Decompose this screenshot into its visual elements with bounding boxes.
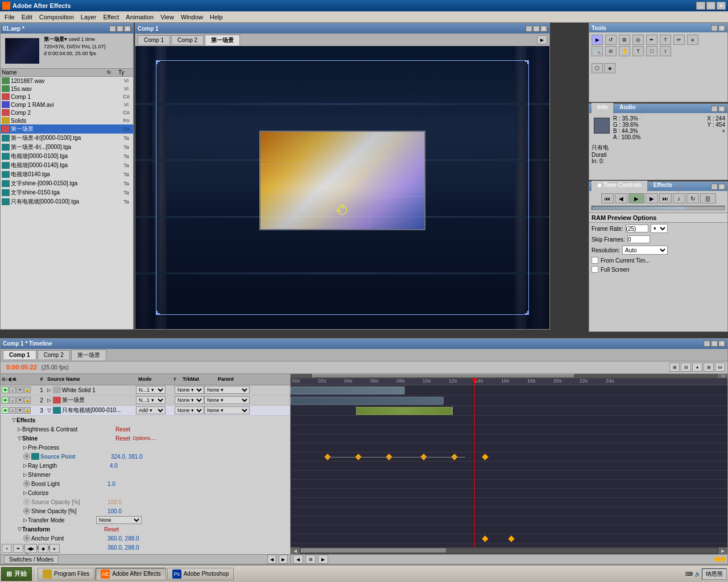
tc-play[interactable]: ▶ bbox=[628, 193, 644, 203]
tr-expand[interactable]: ▽ bbox=[18, 526, 22, 532]
nav-right-btn[interactable]: ▶ bbox=[279, 555, 288, 564]
tc-loop[interactable]: ↻ bbox=[686, 193, 699, 203]
start-button[interactable]: ⊞ 开始 bbox=[1, 567, 32, 581]
comp-minimize[interactable]: _ bbox=[526, 26, 532, 32]
tool-zoom[interactable]: 🔍 bbox=[592, 46, 603, 56]
tc-skip-input[interactable] bbox=[627, 235, 650, 243]
tl-layer-mark[interactable]: ▸ bbox=[49, 544, 60, 553]
tc-fullscreen-check[interactable] bbox=[592, 266, 598, 273]
tc-tab-effects[interactable]: Effects bbox=[648, 181, 679, 192]
tc-from-current-check[interactable] bbox=[592, 257, 598, 264]
layer2-mode-select[interactable]: N...1 ▾ bbox=[136, 396, 166, 404]
layer1-lock-flag[interactable]: 🔒 bbox=[24, 386, 31, 393]
layer2-expand[interactable]: ▷ bbox=[47, 397, 53, 403]
proj-item-tga6[interactable]: 文字shine-[0090-0150].tga Ta bbox=[1, 179, 133, 188]
menu-composition[interactable]: Composition bbox=[36, 13, 77, 22]
tl-layer-props[interactable]: ✒ bbox=[13, 544, 23, 553]
transform-reset[interactable]: Reset bbox=[104, 526, 119, 533]
tl-layer-expand[interactable]: ◀▶ bbox=[24, 544, 37, 553]
tool-type[interactable]: T bbox=[632, 46, 644, 56]
proj-item-1201887[interactable]: 1201887.wav Vi bbox=[1, 77, 133, 85]
tl-tool4[interactable]: ⊞ bbox=[704, 363, 714, 372]
tl-tab-scene1[interactable]: 第一场景 bbox=[71, 350, 106, 360]
switches-mode-btn[interactable]: Switches / Modes bbox=[4, 555, 59, 564]
proj-item-tga8[interactable]: 只有电视墙[0000-0100].tga Ta bbox=[1, 197, 133, 206]
layer1-mode-select[interactable]: N...1 ▾ bbox=[136, 386, 166, 394]
tl-tab-comp2[interactable]: Comp 2 bbox=[38, 350, 70, 359]
tool-extra1[interactable]: ⬡ bbox=[592, 63, 603, 73]
tc-close[interactable]: × bbox=[718, 184, 725, 190]
tc-res-select[interactable]: Auto Full Half Quarter bbox=[622, 246, 668, 255]
ap-stopwatch[interactable]: ⊙ bbox=[23, 535, 30, 542]
taskbar-item-folder[interactable]: Program Files bbox=[38, 568, 94, 580]
tool-camera[interactable]: ⊞ bbox=[619, 35, 630, 45]
info-close[interactable]: × bbox=[718, 106, 725, 112]
info-minimize[interactable]: _ bbox=[711, 106, 718, 112]
playhead[interactable] bbox=[474, 379, 475, 385]
proj-item-solids[interactable]: Solids Fo bbox=[1, 117, 133, 124]
panel-close[interactable]: × bbox=[124, 26, 131, 32]
tool-extra2[interactable]: ◈ bbox=[604, 63, 615, 73]
layer1-parent-select[interactable]: None ▾ bbox=[204, 386, 250, 394]
comp-tab-1[interactable]: Comp 1 bbox=[138, 35, 170, 44]
tl-tab-comp1[interactable]: Comp 1 bbox=[3, 350, 36, 359]
minimize-button[interactable]: _ bbox=[696, 2, 705, 10]
tool-zoom-out[interactable]: ⊖ bbox=[605, 46, 617, 56]
tl-tool2[interactable]: ⊟ bbox=[681, 363, 691, 372]
layer3-solo-flag[interactable]: ☀ bbox=[16, 407, 23, 414]
menu-effect[interactable]: Effect bbox=[100, 13, 122, 22]
menu-layer[interactable]: Layer bbox=[77, 13, 100, 22]
proj-item-tga3[interactable]: 电视墙[0000-0100].tga Ta bbox=[1, 152, 133, 161]
menu-help[interactable]: Help bbox=[206, 13, 226, 22]
layer2-parent-select[interactable]: None ▾ bbox=[204, 396, 250, 404]
tc-prev-frame[interactable]: ◀ bbox=[615, 193, 627, 203]
col-expand[interactable]: ▷ bbox=[23, 490, 28, 496]
tc-tab-time[interactable]: ◆ Time Controls bbox=[592, 181, 648, 192]
pp-expand[interactable]: ▷ bbox=[23, 444, 28, 450]
tm-expand[interactable]: ▷ bbox=[23, 517, 28, 523]
kf-6[interactable] bbox=[482, 454, 488, 460]
menu-view[interactable]: View bbox=[157, 13, 177, 22]
bl-stopwatch[interactable]: ⊙ bbox=[23, 480, 30, 487]
layer2-solo-flag[interactable]: ☀ bbox=[16, 397, 23, 404]
panel-minimize[interactable]: _ bbox=[109, 26, 116, 32]
proj-item-comp1ram[interactable]: Comp 1 RAM.avi Vi bbox=[1, 101, 133, 109]
layer1-audio-flag[interactable]: ♪ bbox=[9, 386, 16, 393]
layer2-audio-flag[interactable]: ♪ bbox=[9, 397, 16, 404]
tl-maximize[interactable]: □ bbox=[711, 340, 718, 347]
comp-nav-btn[interactable]: ▶ bbox=[537, 35, 547, 44]
tc-ram[interactable]: ||| bbox=[700, 193, 716, 203]
comp-maximize[interactable]: □ bbox=[533, 26, 540, 32]
tool-hand[interactable]: ✋ bbox=[619, 46, 630, 56]
tc-last-frame[interactable]: ⏭ bbox=[659, 193, 672, 203]
layer1-expand[interactable]: ▷ bbox=[47, 387, 53, 393]
so-stopwatch[interactable]: ⊙ bbox=[23, 498, 30, 505]
layer3-parent-select[interactable]: None ▾ bbox=[204, 406, 250, 414]
tool-rotate[interactable]: ↺ bbox=[605, 35, 617, 45]
tool-pen[interactable]: ✒ bbox=[646, 35, 657, 45]
layer2-video-flag[interactable]: 👁 bbox=[2, 397, 9, 404]
layer-row-3[interactable]: 👁 ♪ ☀ 🔒 3 ▽ 只有电视墙[0000-010... Add ▾ None… bbox=[1, 406, 290, 416]
layer1-video-flag[interactable]: 👁 bbox=[2, 386, 9, 393]
proj-item-scene1[interactable]: 第一场景 Co bbox=[1, 124, 133, 134]
tl-tool5[interactable]: M bbox=[715, 363, 725, 372]
tool-align[interactable]: I bbox=[660, 46, 671, 56]
sh-expand[interactable]: ▷ bbox=[23, 472, 28, 477]
proj-item-15s[interactable]: 15s.wav Vi bbox=[1, 85, 133, 93]
layer3-mode-select[interactable]: Add ▾ bbox=[136, 406, 166, 414]
menu-edit[interactable]: Edit bbox=[18, 13, 36, 22]
bc-reset[interactable]: Reset bbox=[115, 426, 130, 433]
kf-nav-right[interactable] bbox=[719, 556, 726, 562]
proj-item-tga7[interactable]: 文字shine-0150.tga Ta bbox=[1, 188, 133, 197]
layer3-audio-flag[interactable]: ♪ bbox=[9, 407, 16, 414]
comp-tab-2[interactable]: Comp 2 bbox=[171, 35, 204, 44]
proj-item-tga2[interactable]: 第一场景-剑...[0000].tga Ta bbox=[1, 143, 133, 152]
tc-minimize[interactable]: _ bbox=[711, 184, 718, 190]
maximize-button[interactable]: □ bbox=[706, 2, 715, 10]
tl-close[interactable]: × bbox=[718, 340, 725, 347]
tc-audio[interactable]: ♪ bbox=[673, 193, 685, 203]
shine-expand[interactable]: ▽ bbox=[18, 435, 22, 441]
close-button[interactable]: × bbox=[717, 2, 726, 10]
rl-expand[interactable]: ▷ bbox=[23, 463, 28, 468]
tool-brush[interactable]: ✏ bbox=[673, 35, 685, 45]
